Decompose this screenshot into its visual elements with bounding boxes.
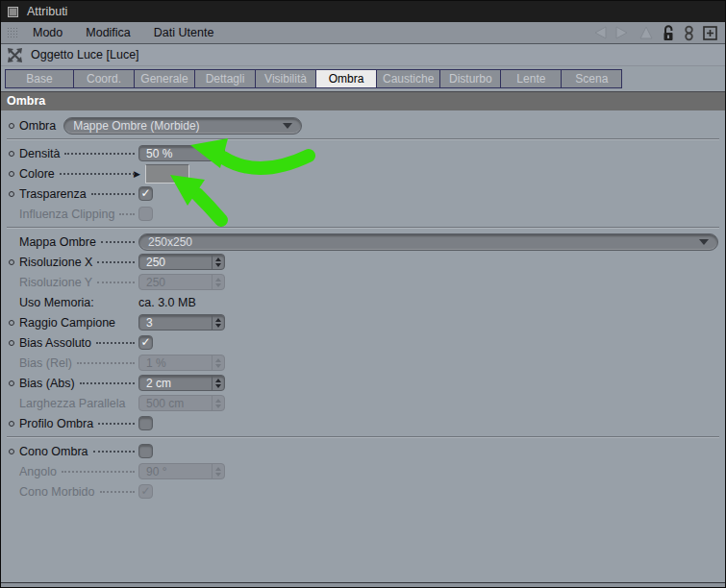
param-control: ✓ [138,186,719,201]
stepper-down-icon[interactable] [215,473,221,477]
keyframe-dot-icon[interactable] [9,421,14,427]
tab-scena[interactable]: Scena [561,69,622,88]
keyframe-dot-icon[interactable] [9,259,14,265]
keyframe-dot-icon[interactable] [9,123,14,129]
keyframe-cell [7,380,19,386]
param-label: Trasparenza [19,187,87,201]
param-label: Uso Memoria: [19,296,94,309]
cono-morbido-checkbox[interactable]: ✓ [138,484,153,499]
mode-arrow-icon[interactable] [639,26,653,39]
drag-grip-icon[interactable] [7,27,19,39]
tab-visibilit[interactable]: Visibilità [255,69,316,88]
stepper-down-icon[interactable] [215,283,221,287]
color-swatch[interactable] [145,164,189,184]
tab-generale[interactable]: Generale [134,69,195,88]
stepper-buttons[interactable] [212,376,224,390]
raggio-campione-spinner[interactable]: 3 [138,314,225,331]
param-control: ✓ [138,484,719,499]
risoluzione-x-spinner[interactable]: 250 [138,254,225,270]
stepper-buttons[interactable] [212,146,224,160]
trasparenza-checkbox[interactable]: ✓ [138,186,153,201]
keyframe-dot-icon[interactable] [9,151,14,157]
param-row-trasparenza: Trasparenza✓ [7,184,719,204]
stepper-down-icon[interactable] [215,364,221,368]
section-header[interactable]: Ombra [1,91,725,110]
stepper-up-icon[interactable] [215,318,221,322]
tab-dettagli[interactable]: Dettagli [194,69,256,88]
tab-lente[interactable]: Lente [500,69,562,88]
stepper-up-icon[interactable] [215,399,221,403]
light-object-icon [7,47,23,63]
keyframe-dot-icon[interactable] [9,171,14,177]
dotted-leader [119,208,135,215]
dotted-leader [60,168,135,175]
keyframe-dot-icon[interactable] [9,380,14,386]
cono-ombra-checkbox[interactable] [138,444,153,458]
stepper-up-icon[interactable] [215,257,221,261]
keyframe-dot-icon[interactable] [9,340,14,346]
influenza-clipping-checkbox[interactable] [138,207,153,221]
stepper-buttons[interactable] [212,275,224,289]
dotted-leader [96,337,135,344]
window-title: Attributi [27,5,67,18]
keyframe-dot-icon[interactable] [9,320,14,326]
stepper-up-icon[interactable] [215,149,221,153]
stepper-up-icon[interactable] [215,379,221,382]
ombra-dropdown[interactable]: Mappe Ombre (Morbide) [63,117,302,135]
tab-ombra[interactable]: Ombra [315,69,377,88]
param-label: Bias (Rel) [19,356,72,370]
add-panel-icon[interactable] [703,26,717,40]
bias-abs-spinner[interactable]: 2 cm [138,375,225,391]
stepper-down-icon[interactable] [215,404,221,408]
stepper-up-icon[interactable] [215,358,221,362]
keyframe-dot-icon[interactable] [9,191,14,197]
stepper-buttons[interactable] [212,315,224,330]
tab-coord[interactable]: Coord. [73,69,135,88]
stepper-up-icon[interactable] [215,467,221,471]
uso-memoria-value: ca. 3.0 MB [138,296,196,309]
titlebar[interactable]: Attributi [1,1,725,22]
param-control: 90 ° [138,463,719,479]
mappa-ombre-dropdown[interactable]: 250x250 [138,233,718,251]
stepper-buttons[interactable] [212,464,224,478]
larghezza-parallela-spinner[interactable]: 500 cm [138,395,225,411]
stepper-down-icon[interactable] [215,384,221,388]
history-back-icon[interactable] [591,26,607,39]
lock-icon[interactable] [662,25,675,41]
tab-base[interactable]: Base [5,69,74,88]
angolo-spinner[interactable]: 90 ° [138,463,225,479]
object-title: Oggetto Luce [Luce] [31,48,139,61]
param-label: Bias (Abs) [19,377,75,390]
dotted-leader [77,357,135,364]
stepper-down-icon[interactable] [215,263,221,267]
profilo-ombra-checkbox[interactable] [138,416,153,430]
menu-modifica[interactable]: Modifica [86,26,131,39]
parameter-list: OmbraMappe Ombre (Morbide)Densità50 %Col… [1,110,725,502]
tab-disturbo[interactable]: Disturbo [439,69,501,88]
window-menu-icon[interactable] [8,7,18,17]
stepper-down-icon[interactable] [215,324,221,328]
tab-caustiche[interactable]: Caustiche [376,69,440,88]
link-icon[interactable] [684,25,694,41]
risoluzione-y-spinner[interactable]: 250 [138,274,225,290]
bias-assoluto-checkbox[interactable]: ✓ [138,335,153,350]
param-label: Raggio Campione [19,316,115,330]
stepper-buttons[interactable] [212,396,224,410]
bias-rel-spinner[interactable]: 1 % [138,355,225,371]
param-row-uso-memoria: Uso Memoria:ca. 3.0 MB [7,292,719,312]
param-control: 1 % [138,355,719,371]
stepper-buttons[interactable] [212,255,224,269]
history-forward-icon[interactable] [615,26,631,39]
attribute-manager-window: Attributi ModoModificaDati Utente [0,0,726,588]
densit-spinner[interactable]: 50 % [138,145,225,161]
spinner-value: 90 ° [139,465,212,478]
keyframe-dot-icon[interactable] [9,449,14,454]
menu-modo[interactable]: Modo [33,26,63,39]
menu-dati-utente[interactable]: Dati Utente [154,26,214,39]
stepper-down-icon[interactable] [215,155,221,159]
param-label-wrap: Ombra [19,119,56,133]
param-label-wrap: Risoluzione X [19,256,138,269]
color-expander-icon[interactable]: ▶ [134,169,140,179]
stepper-up-icon[interactable] [215,278,221,282]
stepper-buttons[interactable] [212,355,224,370]
